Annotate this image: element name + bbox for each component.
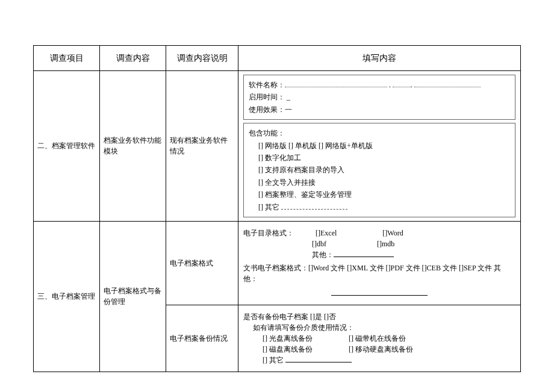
feature-opt4: [] 全文导入并挂接 [249, 176, 510, 188]
desc-software: 现有档案业务软件情况 [166, 71, 238, 222]
catalog-format-line2: []dbf []mdb [243, 238, 515, 249]
doc-format-line: 文书电子档案格式：[]Word 文件 []XML 文件 []PDF 文件 []C… [243, 263, 515, 284]
header-content: 调查内容 [100, 46, 166, 71]
feature-title: 包含功能： [249, 127, 510, 139]
header-project: 调查项目 [34, 46, 100, 71]
catalog-format-line1: 电子目录格式： []Excel []Word [243, 228, 515, 238]
fill-software: 软件名称： . . 启用时间： _ 使用效果：一 包含功能： [] 网络版 []… [238, 71, 521, 222]
project-software: 二、档案管理软件 [34, 71, 100, 222]
fill-ebackup: 是否有备份电子档案 []是 []否 如有请填写备份介质使用情况： [] 光盘离线… [238, 305, 521, 372]
catalog-format-other: 其他： [243, 249, 515, 260]
row-eformat: 三、电子档案管理 电子档案格式与备份管理 电子档案格式 电子目录格式： []Ex… [34, 221, 521, 305]
fill-eformat: 电子目录格式： []Excel []Word []dbf []mdb 其他： 文… [238, 221, 521, 305]
software-name-line: 软件名称： . . [249, 79, 510, 91]
content-software: 档案业务软件功能模块 [100, 71, 166, 222]
header-fill: 填写内容 [238, 46, 521, 71]
content-earchive: 电子档案格式与备份管理 [100, 221, 166, 372]
software-info-box: 软件名称： . . 启用时间： _ 使用效果：一 [243, 75, 515, 120]
effect-line: 使用效果：一 [249, 104, 510, 116]
feature-opt5: [] 档案整理、鉴定等业务管理 [249, 188, 510, 201]
feature-opt3: [] 支持原有档案目录的导入 [249, 164, 510, 176]
doc-format-other-line [243, 288, 515, 299]
feature-opt1: [] 网络版 [] 单机版 [] 网络版+单机版 [249, 140, 510, 152]
header-desc: 调查内容说明 [166, 46, 238, 71]
header-row: 调查项目 调查内容 调查内容说明 填写内容 [34, 46, 521, 71]
survey-table: 调查项目 调查内容 调查内容说明 填写内容 二、档案管理软件 档案业务软件功能模… [33, 45, 521, 372]
backup-row1: [] 光盘离线备份 [] 磁带机在线备份 [243, 333, 515, 344]
backup-other: [] 其它 [243, 355, 515, 366]
project-earchive: 三、电子档案管理 [34, 221, 100, 372]
row-software: 二、档案管理软件 档案业务软件功能模块 现有档案业务软件情况 软件名称： . .… [34, 71, 521, 222]
feature-opt2: [] 数字化加工 [249, 152, 510, 164]
feature-opt6: [] 其它 [249, 201, 510, 213]
backup-row2: [] 磁盘离线备份 [] 移动硬盘离线备份 [243, 344, 515, 355]
software-feature-box: 包含功能： [] 网络版 [] 单机版 [] 网络版+单机版 [] 数字化加工 … [243, 123, 515, 217]
backup-exist: 是否有备份电子档案 []是 []否 [243, 311, 515, 322]
enable-time-line: 启用时间： _ [249, 91, 510, 103]
backup-media-title: 如有请填写备份介质使用情况： [243, 322, 515, 333]
desc-ebackup: 电子档案备份情况 [166, 305, 238, 372]
desc-eformat: 电子档案格式 [166, 221, 238, 305]
